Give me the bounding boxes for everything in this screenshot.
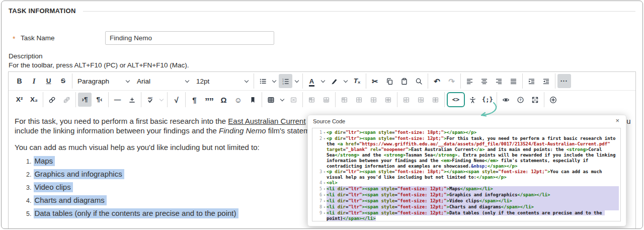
numbered-list-button[interactable]: 123 [279,74,292,88]
paragraph-format-select[interactable]: Paragraph [74,74,133,88]
code-line: 4▾<ol> [312,180,619,186]
help-button[interactable]: ? [514,93,527,107]
fold-arrow-icon[interactable]: ▾ [322,199,326,204]
toolbar-group: — [108,92,141,107]
search-icon [415,78,423,85]
cell-properties-button[interactable] [305,93,318,107]
svg-text:?: ? [519,98,521,102]
fold-arrow-icon[interactable]: ▾ [322,136,326,142]
row-properties-button[interactable] [338,93,351,107]
more-toolbar-button[interactable]: ••• [557,74,571,88]
blockquote-button[interactable]: ”” [202,93,216,107]
italic-button[interactable]: I [27,74,41,88]
anchor-button[interactable] [246,93,260,107]
redo-icon: ↷ [448,78,455,85]
highlight-color-button[interactable] [328,74,341,88]
paragraph-marks-button[interactable]: ¶ [188,93,201,107]
insert-row-below-button[interactable]: + [367,93,380,107]
font-size-select[interactable]: 12pt [193,74,252,88]
bullet-list-button[interactable] [256,74,270,88]
right-to-left-button[interactable]: ¶‹ [93,93,106,107]
insert-table-menu-button[interactable] [279,93,286,107]
toolbar-group: BIUS [11,73,72,89]
redo-button[interactable]: ↷ [445,74,458,88]
fold-arrow-icon[interactable]: ▾ [322,211,326,216]
font-size-select-value: 12pt [196,78,209,85]
emoticon-button[interactable]: ☺ [231,93,245,107]
spellcheck-button[interactable]: ABC [143,93,157,107]
align-center-button[interactable] [477,74,491,88]
math-formula-button[interactable]: √ [170,93,183,107]
align-left-button[interactable] [463,74,476,88]
italic-icon: I [33,78,36,85]
underline-button[interactable]: U [42,74,55,88]
paragraph-format-select-value: Paragraph [77,78,109,85]
delete-table-button[interactable] [287,93,300,107]
accessibility-checker-button[interactable] [466,93,479,107]
bold-button[interactable]: B [13,74,26,88]
fold-arrow-icon[interactable]: ▾ [322,193,326,198]
indent-button[interactable] [525,74,538,88]
insert-column-before-icon: + [403,96,410,104]
editor-link[interactable]: East Australian Current [228,117,305,125]
insert-column-before-button[interactable]: + [399,93,413,107]
preview-button[interactable] [499,93,513,107]
code-sample-button[interactable]: {;} [480,93,495,107]
close-icon[interactable]: × [612,116,622,125]
fold-arrow-icon[interactable]: ▾ [322,187,326,192]
insert-row-above-button[interactable]: + [352,93,366,107]
undo-button[interactable]: ↶ [430,74,444,88]
delete-column-button[interactable] [429,93,442,107]
page-break-button[interactable] [125,93,139,107]
subscript-button[interactable]: X₂ [27,93,41,107]
special-character-button[interactable]: Ω [217,93,230,107]
italic-text: Finding Nemo [219,126,266,135]
text-color-menu-button[interactable] [319,74,327,88]
superscript-button[interactable]: X² [13,93,26,107]
align-right-button[interactable] [492,74,506,88]
clear-formatting-button[interactable]: T× [350,74,364,88]
insert-table-button[interactable] [264,93,278,107]
numbered-list-icon: 123 [282,78,289,85]
horizontal-rule-button[interactable]: — [111,93,124,107]
row-properties-icon [341,96,348,104]
svg-text:+: + [404,98,406,101]
strikethrough-button[interactable]: S [56,74,70,88]
fold-arrow-icon[interactable]: ▾ [322,170,326,175]
paste-button[interactable] [397,74,411,88]
chevron-down-icon [321,79,325,83]
outdent-button[interactable] [539,74,553,88]
fold-arrow-icon[interactable]: ▾ [322,130,326,136]
task-name-input[interactable] [105,31,274,45]
fold-arrow-icon[interactable]: ▾ [322,205,326,210]
spellcheck-menu-button[interactable] [158,93,165,107]
insert-content-button[interactable] [546,93,560,107]
toolbar-group: <>{;} [444,92,497,107]
spellcheck-icon: ABC [146,96,154,104]
copy-button[interactable] [383,74,396,88]
insert-link-button[interactable] [45,93,59,107]
code-line: 1▾<p dir="ltr"><span style="font-size: 1… [312,130,619,136]
toolbar-group: ✂ [366,73,428,89]
text-color-icon: A [309,78,314,85]
merge-cells-button[interactable] [319,93,333,107]
search-button[interactable] [412,74,426,88]
font-family-select[interactable]: Arial [133,74,193,88]
text-color-button[interactable]: A [305,74,318,88]
left-to-right-button[interactable]: ›¶ [78,93,92,107]
highlight-color-menu-button[interactable] [342,74,349,88]
fullscreen-button[interactable] [528,93,542,107]
align-justify-button[interactable] [507,74,520,88]
chevron-down-icon [272,79,276,83]
cut-button[interactable]: ✂ [368,74,382,88]
insert-column-after-button[interactable]: + [414,93,428,107]
fold-arrow-icon[interactable]: ▾ [322,181,326,186]
selected-text: Maps [34,156,55,166]
delete-row-button[interactable] [381,93,395,107]
description-label: Description [9,52,642,60]
bullet-list-menu-button[interactable] [271,74,278,88]
numbered-list-menu-button[interactable] [293,74,300,88]
remove-link-button[interactable] [60,93,73,107]
source-code-button[interactable]: <> [447,92,465,107]
source-code-editor[interactable]: 1▾<p dir="ltr"><span style="font-size: 1… [312,128,621,221]
